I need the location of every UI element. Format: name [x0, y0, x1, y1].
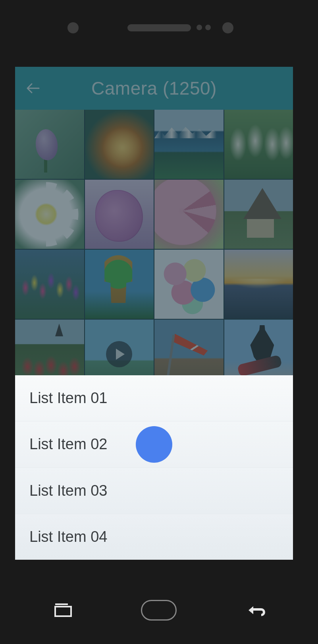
- page-title: Camera (1250): [91, 78, 217, 99]
- play-icon: [106, 341, 132, 367]
- tulip-field-image: [15, 250, 84, 319]
- sheet-item-label: List Item 04: [29, 528, 107, 545]
- sheet-item-label: List Item 01: [29, 390, 107, 407]
- photo-thumbnail[interactable]: [224, 180, 293, 249]
- photo-thumbnail[interactable]: [85, 110, 154, 179]
- white-tulips-image: [224, 110, 293, 179]
- hot-air-balloon-image: [85, 250, 154, 319]
- orchid-image: [85, 180, 154, 249]
- home-button[interactable]: [141, 600, 177, 620]
- system-navbar: [15, 596, 303, 624]
- photo-grid: [15, 110, 293, 389]
- photo-thumbnail[interactable]: [15, 180, 84, 249]
- app-header: Camera (1250): [15, 67, 293, 110]
- orange-flower-image: [85, 110, 154, 179]
- photo-thumbnail[interactable]: [224, 250, 293, 319]
- recent-apps-icon: [54, 603, 72, 617]
- photo-thumbnail[interactable]: [15, 250, 84, 319]
- balloons-image: [154, 250, 224, 319]
- system-back-button[interactable]: [237, 600, 273, 620]
- device-hardware-top: [0, 20, 318, 36]
- photo-thumbnail[interactable]: [224, 110, 293, 179]
- touch-indicator: [136, 426, 172, 463]
- mountain-lake-image: [154, 110, 224, 179]
- hut-roof-image: [224, 180, 293, 249]
- home-icon: [141, 600, 177, 621]
- sunset-sea-image: [224, 250, 293, 319]
- photo-thumbnail[interactable]: [85, 180, 154, 249]
- device-screen: Camera (1250) List Item 01List Item 02Li…: [15, 67, 293, 560]
- photo-thumbnail[interactable]: [154, 110, 224, 179]
- sensor-small-dots: [197, 25, 211, 30]
- camera-dot: [222, 22, 233, 33]
- sheet-item-label: List Item 03: [29, 482, 107, 499]
- sheet-list-item[interactable]: List Item 02: [15, 421, 293, 467]
- sheet-item-label: List Item 02: [29, 436, 107, 453]
- photo-thumbnail[interactable]: [154, 180, 224, 249]
- speaker-grille: [127, 24, 191, 31]
- sheet-list-item[interactable]: List Item 04: [15, 514, 293, 560]
- photo-thumbnail[interactable]: [85, 250, 154, 319]
- sheet-list-item[interactable]: List Item 03: [15, 468, 293, 514]
- back-button[interactable]: [23, 67, 43, 110]
- bottom-sheet: List Item 01List Item 02List Item 03List…: [15, 375, 293, 560]
- recent-apps-button[interactable]: [45, 600, 81, 620]
- sheet-list-item[interactable]: List Item 01: [15, 375, 293, 421]
- sensor-dot: [67, 22, 79, 33]
- photo-thumbnail[interactable]: [15, 110, 84, 179]
- arrow-left-icon: [26, 83, 40, 94]
- back-icon: [245, 603, 265, 617]
- daisy-image: [15, 180, 84, 249]
- svg-rect-0: [55, 607, 71, 616]
- photo-thumbnail[interactable]: [154, 250, 224, 319]
- purple-tulip-image: [15, 110, 84, 179]
- pink-flower-image: [154, 180, 224, 249]
